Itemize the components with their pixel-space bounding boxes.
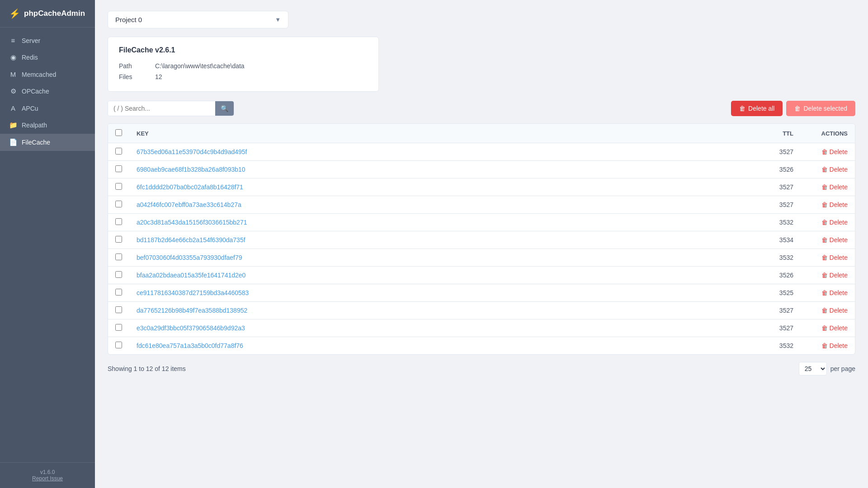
delete-row-button[interactable]: 🗑 Delete — [821, 201, 848, 208]
trash-row-icon: 🗑 — [821, 324, 828, 332]
search-input[interactable] — [108, 101, 215, 116]
table-row: a042f46fc007ebff0a73ae33c614b27a 3527 🗑 … — [108, 196, 855, 214]
delete-row-button[interactable]: 🗑 Delete — [821, 148, 848, 155]
delete-row-button[interactable]: 🗑 Delete — [821, 342, 848, 349]
key-cell: a20c3d81a543da15156f3036615bb271 — [129, 214, 746, 231]
delete-selected-label: Delete selected — [803, 105, 847, 112]
sidebar-item-server[interactable]: ≡ Server — [0, 32, 95, 49]
key-cell: 6980aeb9cae68f1b328ba26a8f093b10 — [129, 161, 746, 178]
row-checkbox-cell — [108, 319, 129, 337]
delete-row-button[interactable]: 🗑 Delete — [821, 166, 848, 173]
actions-cell: 🗑 Delete — [801, 214, 855, 231]
app-name: phpCacheAdmin — [24, 9, 85, 18]
ttl-cell: 3527 — [746, 178, 801, 196]
trash-row-icon: 🗑 — [821, 289, 828, 296]
path-row: Path C:\laragon\www\test\cache\data — [119, 61, 368, 71]
action-buttons: 🗑 Delete all 🗑 Delete selected — [731, 101, 855, 116]
delete-row-button[interactable]: 🗑 Delete — [821, 272, 848, 279]
delete-row-button[interactable]: 🗑 Delete — [821, 307, 848, 314]
row-checkbox-cell — [108, 231, 129, 249]
row-checkbox-1[interactable] — [115, 165, 122, 172]
delete-row-button[interactable]: 🗑 Delete — [821, 183, 848, 191]
info-card: FileCache v2.6.1 Path C:\laragon\www\tes… — [108, 37, 379, 92]
trash-row-icon: 🗑 — [821, 307, 828, 314]
row-checkbox-11[interactable] — [115, 342, 122, 348]
delete-label: Delete — [830, 289, 848, 296]
row-checkbox-10[interactable] — [115, 324, 122, 331]
sidebar: ⚡ phpCacheAdmin ≡ Server◉ RedisM Memcach… — [0, 0, 95, 488]
row-checkbox-7[interactable] — [115, 271, 122, 278]
row-checkbox-8[interactable] — [115, 289, 122, 296]
row-checkbox-5[interactable] — [115, 236, 122, 243]
row-checkbox-0[interactable] — [115, 148, 122, 155]
table-header: KEY TTL ACTIONS — [108, 124, 855, 143]
row-checkbox-4[interactable] — [115, 218, 122, 225]
actions-cell: 🗑 Delete — [801, 196, 855, 214]
actions-cell: 🗑 Delete — [801, 267, 855, 284]
delete-label: Delete — [830, 254, 848, 261]
filecache-icon: 📄 — [9, 138, 17, 146]
key-cell: bef0703060f4d03355a793930dfaef79 — [129, 249, 746, 267]
logo-icon: ⚡ — [9, 8, 20, 19]
search-button[interactable]: 🔍 — [215, 101, 234, 116]
ttl-cell: 3532 — [746, 214, 801, 231]
trash-row-icon: 🗑 — [821, 254, 828, 261]
project-selected: Project 0 — [115, 16, 142, 23]
delete-row-button[interactable]: 🗑 Delete — [821, 324, 848, 332]
table-row: 6980aeb9cae68f1b328ba26a8f093b10 3526 🗑 … — [108, 161, 855, 178]
sidebar-item-label-realpath: Realpath — [22, 122, 47, 129]
opcache-icon: ⚙ — [9, 87, 17, 95]
row-checkbox-cell — [108, 214, 129, 231]
sidebar-item-apcu[interactable]: A APCu — [0, 100, 95, 117]
delete-label: Delete — [830, 219, 848, 226]
report-issue-link[interactable]: Report Issue — [32, 475, 63, 482]
table-row: fdc61e80ea757a1a3a5b0c0fd77a8f76 3532 🗑 … — [108, 337, 855, 355]
key-cell: bfaa2a02bdaea015a35fe1641741d2e0 — [129, 267, 746, 284]
delete-row-button[interactable]: 🗑 Delete — [821, 289, 848, 296]
sidebar-item-memcached[interactable]: M Memcached — [0, 66, 95, 83]
delete-row-button[interactable]: 🗑 Delete — [821, 219, 848, 226]
key-cell: bd1187b2d64e66cb2a154f6390da735f — [129, 231, 746, 249]
ttl-cell: 3525 — [746, 284, 801, 302]
row-checkbox-9[interactable] — [115, 306, 122, 313]
sidebar-item-redis[interactable]: ◉ Redis — [0, 49, 95, 66]
files-row: Files 12 — [119, 71, 368, 82]
delete-label: Delete — [830, 236, 848, 244]
delete-label: Delete — [830, 307, 848, 314]
delete-row-button[interactable]: 🗑 Delete — [821, 254, 848, 261]
row-checkbox-cell — [108, 267, 129, 284]
select-all-col — [108, 124, 129, 143]
path-value: C:\laragon\www\test\cache\data — [155, 62, 245, 70]
delete-label: Delete — [830, 324, 848, 332]
delete-row-button[interactable]: 🗑 Delete — [821, 236, 848, 244]
row-checkbox-cell — [108, 196, 129, 214]
trash-row-icon: 🗑 — [821, 201, 828, 208]
key-cell: e3c0a29df3bbc05f379065846b9d92a3 — [129, 319, 746, 337]
trash-row-icon: 🗑 — [821, 342, 828, 349]
delete-label: Delete — [830, 342, 848, 349]
row-checkbox-cell — [108, 337, 129, 355]
table-row: bfaa2a02bdaea015a35fe1641741d2e0 3526 🗑 … — [108, 267, 855, 284]
project-dropdown[interactable]: Project 0 ▼ — [108, 11, 288, 28]
actions-cell: 🗑 Delete — [801, 231, 855, 249]
sidebar-item-opcache[interactable]: ⚙ OPCache — [0, 83, 95, 100]
trash-row-icon: 🗑 — [821, 236, 828, 244]
search-box: 🔍 — [108, 101, 234, 116]
ttl-cell: 3527 — [746, 319, 801, 337]
key-cell: a042f46fc007ebff0a73ae33c614b27a — [129, 196, 746, 214]
row-checkbox-2[interactable] — [115, 183, 122, 190]
row-checkbox-6[interactable] — [115, 253, 122, 260]
delete-selected-button[interactable]: 🗑 Delete selected — [786, 101, 855, 116]
actions-cell: 🗑 Delete — [801, 178, 855, 196]
delete-label: Delete — [830, 148, 848, 155]
select-all-checkbox[interactable] — [115, 129, 122, 136]
per-page-dropdown[interactable]: 102550100 — [799, 362, 827, 375]
row-checkbox-3[interactable] — [115, 201, 122, 207]
sidebar-item-realpath[interactable]: 📁 Realpath — [0, 117, 95, 134]
delete-all-button[interactable]: 🗑 Delete all — [731, 101, 783, 116]
sidebar-item-filecache[interactable]: 📄 FileCache — [0, 134, 95, 151]
actions-cell: 🗑 Delete — [801, 319, 855, 337]
key-cell: 6fc1dddd2b07ba0bc02afa8b16428f71 — [129, 178, 746, 196]
sidebar-item-label-redis: Redis — [22, 54, 38, 61]
table-row: a20c3d81a543da15156f3036615bb271 3532 🗑 … — [108, 214, 855, 231]
